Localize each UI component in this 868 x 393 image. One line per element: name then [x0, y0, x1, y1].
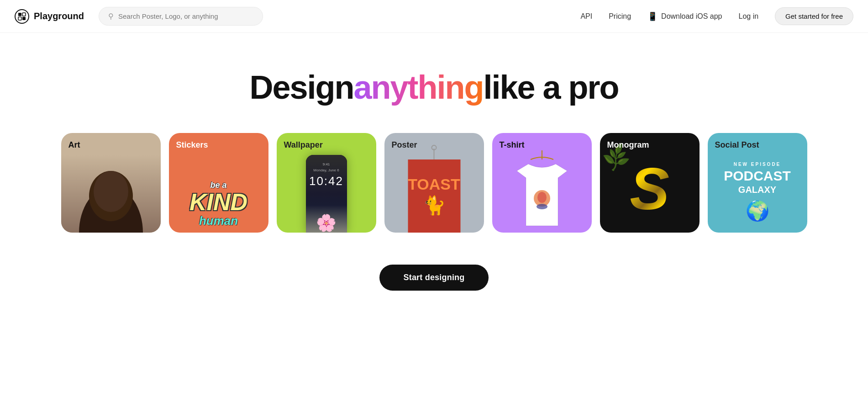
svg-point-0 [15, 10, 29, 23]
social-illustration: NEW EPISODE PODCAST GALAXY 🌍 [708, 151, 807, 233]
playground-logo-icon [15, 9, 29, 24]
hero-title-highlight: anything [353, 69, 483, 106]
hero-section: Designanythinglike a pro Art Stickers [0, 33, 868, 291]
social-new-episode: NEW EPISODE [734, 162, 781, 167]
card-tshirt[interactable]: T-shirt [492, 133, 592, 233]
get-started-button[interactable]: Get started for free [775, 7, 853, 25]
poster-content: TOAST 🐈 [408, 159, 460, 233]
tshirt-svg [503, 148, 581, 230]
card-social-label: Social Post [715, 140, 759, 150]
sticker-line3: human [189, 214, 247, 228]
card-stickers-label: Stickers [176, 140, 208, 150]
hero-title-part1: Design [249, 69, 353, 106]
svg-point-11 [537, 204, 547, 209]
phone-status: 9:41 [323, 162, 330, 166]
search-icon: ⚲ [108, 12, 114, 21]
social-galaxy: GALAXY [738, 185, 776, 195]
card-monogram-label: Monogram [607, 140, 649, 150]
phone-time: 10:42 [309, 174, 343, 188]
card-art[interactable]: Art [61, 133, 161, 233]
face-svg [74, 155, 147, 233]
phone-illustration: 9:41 Monday, June 6 10:42 🌸 [306, 155, 347, 233]
card-art-label: Art [68, 140, 80, 150]
main-nav: API Pricing 📱 Download iOS app Log in Ge… [580, 7, 853, 25]
hero-title-part2: like a pro [483, 69, 618, 106]
card-tshirt-label: T-shirt [500, 140, 525, 150]
card-poster[interactable]: Poster TOAST 🐈 [384, 133, 484, 233]
nav-ios-label: Download iOS app [661, 12, 722, 21]
poster-container: TOAST 🐈 [408, 159, 460, 233]
card-wallpaper-label: Wallpaper [284, 140, 323, 150]
social-podcast: PODCAST [724, 169, 791, 183]
poster-text: TOAST [408, 176, 460, 192]
card-monogram[interactable]: Monogram S 🌿 [600, 133, 700, 233]
art-illustration [61, 155, 161, 233]
nav-ios[interactable]: 📱 Download iOS app [647, 11, 722, 21]
card-wallpaper[interactable]: Wallpaper 9:41 Monday, June 6 10:42 🌸 [277, 133, 376, 233]
social-globe-emoji: 🌍 [746, 200, 769, 222]
card-poster-label: Poster [392, 140, 417, 150]
svg-rect-1 [18, 13, 21, 16]
card-stickers[interactable]: Stickers be a KIND human [169, 133, 268, 233]
svg-point-12 [537, 192, 547, 203]
phone-date: Monday, June 6 [313, 168, 339, 172]
logo[interactable]: Playground [15, 9, 84, 24]
svg-point-7 [94, 171, 128, 212]
hero-title: Designanythinglike a pro [249, 69, 618, 106]
header: Playground ⚲ API Pricing 📱 Download iOS … [0, 0, 868, 33]
monogram-letter: S [630, 159, 669, 218]
logo-text: Playground [34, 11, 84, 21]
nav-pricing[interactable]: Pricing [609, 12, 631, 21]
search-bar[interactable]: ⚲ [99, 7, 263, 26]
sticker-line2: KIND [189, 190, 247, 214]
search-input[interactable] [118, 12, 253, 20]
poster-emoji: 🐈 [423, 195, 446, 216]
nav-api[interactable]: API [580, 12, 592, 21]
login-button[interactable]: Log in [739, 12, 759, 21]
svg-rect-4 [22, 17, 26, 20]
svg-rect-3 [18, 17, 21, 20]
cta-section: Start designing [379, 265, 488, 291]
poster-illustration: TOAST 🐈 [408, 159, 460, 233]
sticker-illustration: be a KIND human [189, 181, 247, 228]
svg-rect-2 [22, 13, 26, 16]
start-designing-button[interactable]: Start designing [379, 265, 488, 291]
main-content: Designanythinglike a pro Art Stickers [0, 33, 868, 291]
phone-icon: 📱 [647, 11, 658, 21]
cards-row: Art Stickers be a KIND human [0, 133, 868, 242]
phone-screen: 9:41 Monday, June 6 10:42 🌸 [306, 155, 347, 233]
phone-flower: 🌸 [316, 213, 337, 233]
card-social[interactable]: Social Post NEW EPISODE PODCAST GALAXY 🌍 [708, 133, 807, 233]
poster-hook [431, 145, 437, 150]
tshirt-illustration [501, 146, 583, 233]
